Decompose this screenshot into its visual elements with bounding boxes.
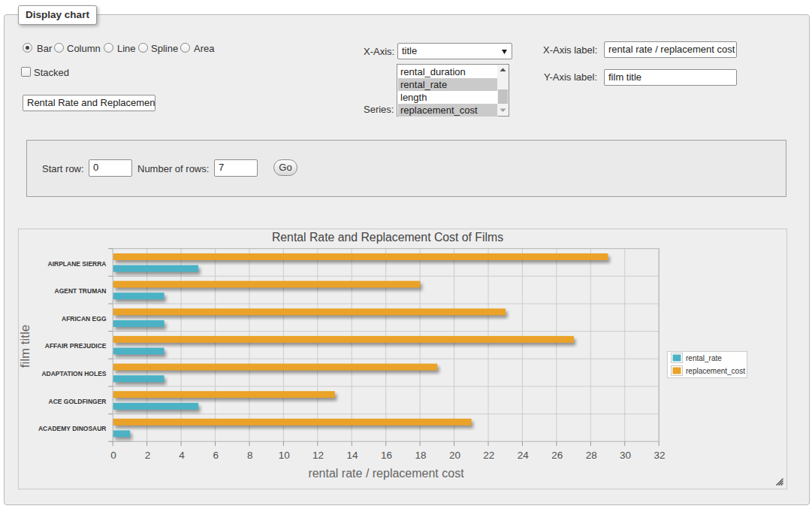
svg-text:ACADEMY DINOSAUR: ACADEMY DINOSAUR <box>38 425 107 432</box>
svg-text:12: 12 <box>312 450 324 461</box>
svg-text:AGENT TRUMAN: AGENT TRUMAN <box>55 287 107 295</box>
svg-text:AIRPLANE SIERRA: AIRPLANE SIERRA <box>48 260 107 268</box>
svg-text:22: 22 <box>483 450 494 461</box>
svg-text:rental_rate: rental_rate <box>686 354 722 362</box>
svg-text:rental rate / replacement cost: rental rate / replacement cost <box>308 467 464 480</box>
svg-text:ADAPTATION HOLES: ADAPTATION HOLES <box>41 370 106 377</box>
svg-text:20: 20 <box>449 450 460 461</box>
svg-text:24: 24 <box>518 450 530 461</box>
svg-text:AFFAIR PREJUDICE: AFFAIR PREJUDICE <box>45 342 107 350</box>
svg-text:film title: film title <box>19 325 32 368</box>
svg-text:30: 30 <box>620 450 631 461</box>
svg-text:AFRICAN EGG: AFRICAN EGG <box>62 315 107 323</box>
svg-text:8: 8 <box>247 450 253 461</box>
svg-text:26: 26 <box>551 450 563 461</box>
svg-text:32: 32 <box>654 450 665 461</box>
svg-text:0: 0 <box>110 450 116 461</box>
svg-text:14: 14 <box>347 450 359 461</box>
svg-text:4: 4 <box>179 450 185 461</box>
svg-text:28: 28 <box>586 450 597 461</box>
svg-text:6: 6 <box>213 450 219 461</box>
svg-text:ACE GOLDFINGER: ACE GOLDFINGER <box>49 398 107 405</box>
svg-text:Rental Rate and Replacement Co: Rental Rate and Replacement Cost of Film… <box>272 231 503 244</box>
svg-text:2: 2 <box>145 450 151 461</box>
svg-text:replacement_cost: replacement_cost <box>686 367 745 375</box>
svg-text:16: 16 <box>381 450 392 461</box>
svg-text:18: 18 <box>415 450 426 461</box>
svg-text:10: 10 <box>279 450 290 461</box>
